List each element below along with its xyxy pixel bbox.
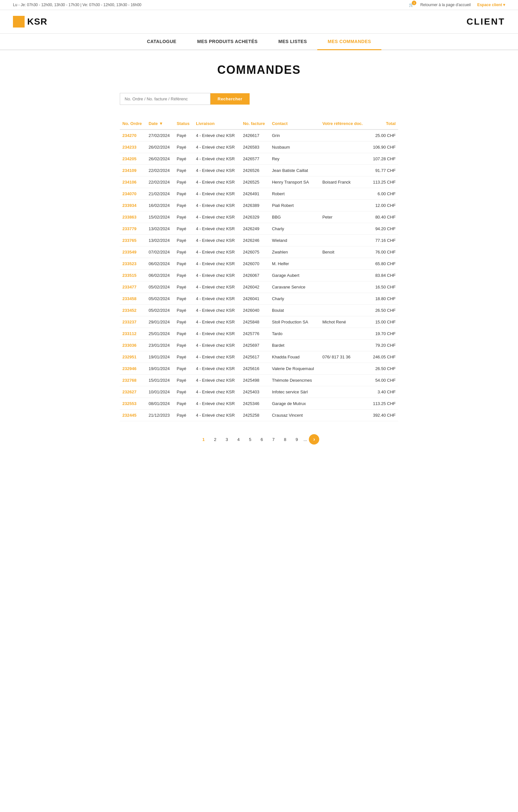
order-link[interactable]: 232946 (122, 366, 136, 371)
table-row: 233779 13/02/2024 Payé 4 - Enlevé chez K… (120, 223, 398, 235)
top-bar-right: 🛒 1 Retourner à la page d'accueil Espace… (409, 3, 505, 7)
order-link[interactable]: 233863 (122, 215, 136, 220)
page-5[interactable]: 5 (246, 434, 255, 444)
page-9[interactable]: 9 (292, 434, 302, 444)
cell-contact: Thémote Desencmes (269, 375, 320, 386)
cell-status: Payé (174, 200, 194, 211)
cell-reference: Peter (320, 211, 368, 223)
order-link[interactable]: 234070 (122, 191, 136, 196)
order-link[interactable]: 232768 (122, 378, 136, 383)
page-3[interactable]: 3 (222, 434, 232, 444)
order-link[interactable]: 233458 (122, 296, 136, 301)
page-next-button[interactable]: › (309, 434, 319, 444)
cell-reference (320, 235, 368, 246)
order-link[interactable]: 233112 (122, 331, 136, 336)
cell-reference (320, 328, 368, 340)
order-link[interactable]: 233515 (122, 273, 136, 278)
order-link[interactable]: 233765 (122, 238, 136, 243)
order-link[interactable]: 233779 (122, 226, 136, 231)
order-link[interactable]: 233477 (122, 285, 136, 289)
cell-date: 05/02/2024 (146, 293, 174, 304)
cell-livraison: 4 - Enlevé chez KSR (193, 398, 240, 410)
cell-no-facture: 2426067 (240, 270, 269, 281)
table-row: 232627 10/01/2024 Payé 4 - Enlevé chez K… (120, 386, 398, 398)
cell-status: Payé (174, 188, 194, 200)
cell-no-facture: 2426249 (240, 223, 269, 235)
cell-date: 08/01/2024 (146, 398, 174, 410)
page-6[interactable]: 6 (257, 434, 267, 444)
order-link[interactable]: 234109 (122, 168, 136, 173)
order-link[interactable]: 234233 (122, 145, 136, 150)
nav-item-produits[interactable]: MES PRODUITS ACHETÉS (187, 34, 268, 50)
table-row: 234106 22/02/2024 Payé 4 - Enlevé chez K… (120, 176, 398, 188)
cell-status: Payé (174, 258, 194, 270)
table-header-row: No. Ordre Date ▼ Status Livraison No. fa… (120, 118, 398, 129)
order-link[interactable]: 233237 (122, 320, 136, 324)
col-date[interactable]: Date ▼ (146, 118, 174, 129)
page-8[interactable]: 8 (280, 434, 290, 444)
order-link[interactable]: 234106 (122, 180, 136, 184)
cell-contact: Nusbaum (269, 142, 320, 153)
order-link[interactable]: 232951 (122, 354, 136, 359)
page-1[interactable]: 1 (199, 434, 208, 444)
order-link[interactable]: 233523 (122, 261, 136, 266)
cell-total: 91.77 CHF (368, 165, 398, 176)
page-2[interactable]: 2 (210, 434, 220, 444)
cell-contact: Khadda Fouad (269, 351, 320, 363)
cart-icon[interactable]: 🛒 1 (409, 3, 414, 7)
order-link[interactable]: 232553 (122, 401, 136, 406)
table-row: 232951 19/01/2024 Payé 4 - Enlevé chez K… (120, 351, 398, 363)
cell-livraison: 4 - Enlevé chez KSR (193, 129, 240, 142)
cell-date: 26/02/2024 (146, 153, 174, 165)
logo-text: KSR (27, 17, 47, 27)
header: KSR CLIENT (0, 10, 518, 34)
cell-reference: Benoit (320, 246, 368, 258)
cell-date: 23/01/2024 (146, 340, 174, 351)
order-link[interactable]: 232627 (122, 389, 136, 394)
espace-client-link[interactable]: Espace client ▾ (477, 3, 505, 7)
cell-date: 26/02/2024 (146, 142, 174, 153)
order-link[interactable]: 233549 (122, 250, 136, 255)
nav-item-commandes[interactable]: MES COMMANDES (317, 34, 381, 50)
cell-total: 19.70 CHF (368, 328, 398, 340)
back-link[interactable]: Retourner à la page d'accueil (420, 3, 471, 7)
cell-no-ordre: 233237 (120, 316, 146, 328)
cell-status: Payé (174, 211, 194, 223)
search-button[interactable]: Rechercher (210, 93, 250, 105)
cell-no-facture: 2426042 (240, 281, 269, 293)
cell-no-facture: 2425776 (240, 328, 269, 340)
search-input[interactable] (120, 93, 210, 105)
nav-item-catalogue[interactable]: CATALOGUE (137, 34, 187, 50)
page-4[interactable]: 4 (234, 434, 243, 444)
nav-item-listes[interactable]: MES LISTES (268, 34, 317, 50)
order-link[interactable]: 234205 (122, 156, 136, 161)
cell-no-ordre: 234070 (120, 188, 146, 200)
col-no-ordre: No. Ordre (120, 118, 146, 129)
order-link[interactable]: 233036 (122, 343, 136, 348)
cell-no-ordre: 233863 (120, 211, 146, 223)
cell-total: 26.50 CHF (368, 363, 398, 375)
cell-no-facture: 2425617 (240, 351, 269, 363)
cell-no-ordre: 233779 (120, 223, 146, 235)
col-total: Total (368, 118, 398, 129)
order-link[interactable]: 233452 (122, 308, 136, 313)
cell-date: 05/02/2024 (146, 281, 174, 293)
page-7[interactable]: 7 (269, 434, 279, 444)
table-row: 232946 19/01/2024 Payé 4 - Enlevé chez K… (120, 363, 398, 375)
table-row: 234270 27/02/2024 Payé 4 - Enlevé chez K… (120, 129, 398, 142)
page-content: COMMANDES Rechercher No. Ordre Date ▼ St… (113, 50, 405, 464)
order-link[interactable]: 232445 (122, 413, 136, 418)
cell-contact: Infotec service Sàrl (269, 386, 320, 398)
cell-contact: Robert (269, 188, 320, 200)
cell-reference: Boisard Franck (320, 176, 368, 188)
cell-status: Payé (174, 410, 194, 421)
cell-total: 80.40 CHF (368, 211, 398, 223)
cell-contact: Charly (269, 293, 320, 304)
order-link[interactable]: 233934 (122, 203, 136, 208)
cell-total: 12.00 CHF (368, 200, 398, 211)
cell-no-facture: 2426075 (240, 246, 269, 258)
cell-status: Payé (174, 316, 194, 328)
cell-status: Payé (174, 270, 194, 281)
cell-reference (320, 129, 368, 142)
order-link[interactable]: 234270 (122, 133, 136, 138)
